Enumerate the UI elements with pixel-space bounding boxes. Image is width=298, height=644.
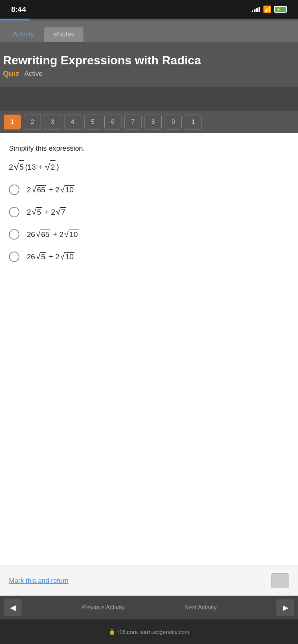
radical-7-b: √7 xyxy=(56,207,66,217)
expr-radical-5: √5 xyxy=(14,161,24,173)
bottom-area: Mark this and return xyxy=(0,565,298,596)
tab-enotes[interactable]: eNotes xyxy=(44,27,83,42)
radio-d[interactable] xyxy=(9,251,19,262)
mark-return-link[interactable]: Mark this and return xyxy=(9,577,69,585)
radical-10-c: √10 xyxy=(64,230,79,239)
answer-choices: 2 √65 + 2 √10 2 √5 + 2 √7 xyxy=(9,185,289,262)
next-arrow[interactable]: ▶ xyxy=(276,599,294,616)
radio-b[interactable] xyxy=(9,207,19,217)
signal-bars-icon xyxy=(252,6,260,12)
lock-icon: 🔒 xyxy=(109,629,115,635)
radical-5-d: √5 xyxy=(36,252,46,262)
status-icons: 📶 ⚡ xyxy=(252,5,287,13)
prev-label: Previous Activity xyxy=(81,604,124,611)
quiz-label: Quiz xyxy=(3,70,19,78)
prev-arrow[interactable]: ◀ xyxy=(4,599,22,616)
question-number-8[interactable]: 8 xyxy=(145,115,162,129)
url-text: r16.core.learn.edgenuity.com xyxy=(117,629,189,635)
question-prompt: Simplify this expression. xyxy=(9,144,289,153)
radical-5-b: √5 xyxy=(32,207,42,217)
question-number-2[interactable]: 2 xyxy=(24,115,41,129)
radio-a[interactable] xyxy=(9,185,19,195)
question-number-6[interactable]: 6 xyxy=(104,115,121,129)
radio-c[interactable] xyxy=(9,229,19,240)
browser-url: 🔒 r16.core.learn.edgenuity.com xyxy=(109,629,189,635)
title-area: Rewriting Expressions with Radica Quiz A… xyxy=(0,42,298,87)
expr-radical-2: √2 xyxy=(45,161,56,173)
radical-65-a: √65 xyxy=(32,185,46,195)
answer-text-d: 26 √5 + 2 √10 xyxy=(27,252,74,262)
answer-text-a: 2 √65 + 2 √10 xyxy=(27,185,74,195)
question-number-1[interactable]: 1 xyxy=(4,115,21,129)
status-bar: 8:44 📶 ⚡ xyxy=(0,0,298,19)
question-number-9[interactable]: 9 xyxy=(165,115,182,129)
nav-bar: ◀ Previous Activity Next Activity ▶ xyxy=(0,596,298,619)
radical-10-a: √10 xyxy=(60,185,74,195)
wifi-icon: 📶 xyxy=(263,5,271,13)
question-numbers: 1 2 3 4 5 6 7 8 9 1 xyxy=(0,111,298,133)
radical-10-d: √10 xyxy=(60,252,74,262)
question-number-5[interactable]: 5 xyxy=(84,115,101,129)
content-area: Simplify this expression. 2 √5 (13 + √2 … xyxy=(0,133,298,431)
expr-paren-open: (13 + xyxy=(25,161,44,173)
next-label: Next Activity xyxy=(184,604,217,611)
submit-button[interactable] xyxy=(271,573,289,588)
answer-choice-d[interactable]: 26 √5 + 2 √10 xyxy=(9,251,289,262)
question-number-7[interactable]: 7 xyxy=(124,115,142,129)
expr-paren-close: ) xyxy=(56,161,59,173)
answer-choice-a[interactable]: 2 √65 + 2 √10 xyxy=(9,185,289,195)
question-number-3[interactable]: 3 xyxy=(44,115,61,129)
lesson-title: Rewriting Expressions with Radica xyxy=(3,53,295,67)
quiz-status: Quiz Active xyxy=(3,70,295,78)
answer-choice-b[interactable]: 2 √5 + 2 √7 xyxy=(9,207,289,217)
active-label: Active xyxy=(24,70,42,78)
expr-coefficient: 2 xyxy=(9,161,13,173)
radical-65-c: √65 xyxy=(36,230,50,239)
status-time: 8:44 xyxy=(11,5,26,14)
question-number-4[interactable]: 4 xyxy=(64,115,81,129)
battery-icon: ⚡ xyxy=(274,6,287,13)
browser-bar: 🔒 r16.core.learn.edgenuity.com xyxy=(0,619,298,644)
toolbar xyxy=(0,87,298,111)
answer-choice-c[interactable]: 26 √65 + 2 √10 xyxy=(9,229,289,240)
tabs-container: Activity eNotes xyxy=(0,20,298,42)
tab-activity[interactable]: Activity xyxy=(4,27,43,42)
question-number-10[interactable]: 1 xyxy=(185,115,202,129)
expression-main: 2 √5 (13 + √2 ) xyxy=(9,161,289,173)
answer-text-b: 2 √5 + 2 √7 xyxy=(27,207,66,217)
answer-text-c: 26 √65 + 2 √10 xyxy=(27,230,79,239)
